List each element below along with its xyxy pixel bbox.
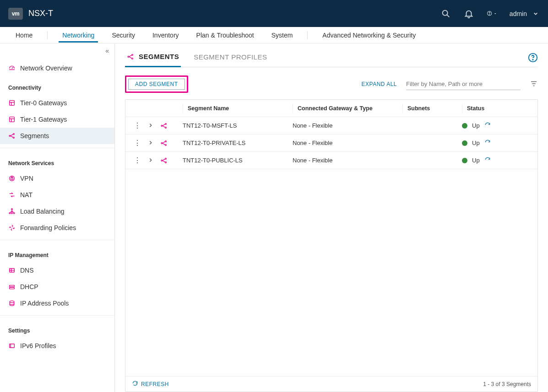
svg-point-42 xyxy=(161,160,163,161)
segments-icon xyxy=(160,122,168,129)
add-segment-button[interactable]: ADD SEGMENT xyxy=(128,79,185,90)
filter-input[interactable] xyxy=(406,78,521,90)
nav-security[interactable]: Security xyxy=(104,28,142,42)
top-bar: vm NSX-T admin xyxy=(0,0,548,27)
sidebar-item-vpn[interactable]: VPN xyxy=(0,170,114,187)
refresh-button[interactable]: REFRESH xyxy=(132,380,169,388)
refresh-label: REFRESH xyxy=(141,381,169,387)
svg-rect-26 xyxy=(10,344,15,348)
sidebar-item-label: NAT xyxy=(20,191,33,199)
sidebar-item-label: DNS xyxy=(20,267,34,274)
expand-row-icon[interactable] xyxy=(148,123,153,129)
help-icon[interactable] xyxy=(487,9,497,19)
nav-inventory[interactable]: Inventory xyxy=(145,28,186,42)
sidebar-divider xyxy=(0,240,114,240)
ipv6-icon xyxy=(8,342,16,349)
sidebar-item-dhcp[interactable]: DHCP xyxy=(0,279,114,295)
add-segment-highlight: ADD SEGMENT xyxy=(125,75,188,93)
main-content: SEGMENTS SEGMENT PROFILES ADD SEGMENT EX… xyxy=(115,43,548,392)
svg-point-39 xyxy=(161,142,163,144)
table-row[interactable]: ⋮TNT12-T0-PUBLIC-LSNone - FlexibleUp xyxy=(125,152,537,169)
vm-logo-icon: vm xyxy=(8,8,23,20)
primary-nav: Home Networking Security Inventory Plan … xyxy=(0,27,548,43)
col-subnets: Subnets xyxy=(407,105,430,112)
tab-segments[interactable]: SEGMENTS xyxy=(125,53,181,67)
sidebar-item-tier0[interactable]: Tier-0 Gateways xyxy=(0,95,114,111)
gateway-value: None - Flexible xyxy=(293,122,332,129)
segments-icon xyxy=(127,53,134,60)
sidebar-item-nat[interactable]: NAT xyxy=(0,187,114,203)
dashboard-icon xyxy=(8,64,16,72)
sidebar-item-label: Segments xyxy=(20,132,49,140)
sidebar-item-tier1[interactable]: Tier-1 Gateways xyxy=(0,111,114,128)
svg-rect-15 xyxy=(11,178,13,180)
row-menu-icon[interactable]: ⋮ xyxy=(134,140,141,147)
status-value: Up xyxy=(472,122,480,129)
sidebar-item-overview[interactable]: Network Overview xyxy=(0,60,114,76)
gateway-value: None - Flexible xyxy=(293,157,332,164)
refresh-row-icon[interactable] xyxy=(484,139,491,147)
row-menu-icon[interactable]: ⋮ xyxy=(134,157,141,164)
sidebar-item-ipv6[interactable]: IPv6 Profiles xyxy=(0,338,114,354)
svg-point-25 xyxy=(10,301,14,303)
nav-separator xyxy=(47,31,48,39)
sidebar-item-pools[interactable]: IP Address Pools xyxy=(0,295,114,311)
svg-line-1 xyxy=(447,15,449,17)
segment-name: TNT12-T0-MSFT-LS xyxy=(183,122,237,129)
gateway-icon xyxy=(8,99,16,107)
bell-icon[interactable] xyxy=(464,9,474,19)
gateway-value: None - Flexible xyxy=(293,140,332,146)
sidebar-item-label: VPN xyxy=(20,175,33,182)
nav-networking[interactable]: Networking xyxy=(55,28,102,42)
nav-plan[interactable]: Plan & Troubleshoot xyxy=(189,28,261,42)
svg-point-16 xyxy=(11,209,13,210)
status-dot-icon xyxy=(462,140,467,146)
sidebar-item-dns[interactable]: DNS xyxy=(0,262,114,279)
help-icon[interactable] xyxy=(528,53,538,63)
sidebar-item-label: IP Address Pools xyxy=(20,300,69,307)
svg-point-12 xyxy=(13,134,15,135)
expand-all-button[interactable]: EXPAND ALL xyxy=(362,81,397,87)
refresh-row-icon[interactable] xyxy=(484,122,491,129)
toolbar: ADD SEGMENT EXPAND ALL xyxy=(125,75,538,93)
sidebar: « Network Overview Connectivity Tier-0 G… xyxy=(0,43,115,392)
svg-point-36 xyxy=(161,125,163,126)
user-menu[interactable]: admin xyxy=(510,10,538,17)
filter-icon[interactable] xyxy=(530,80,538,89)
sidebar-item-label: Network Overview xyxy=(20,64,72,72)
nav-system[interactable]: System xyxy=(264,28,300,42)
expand-row-icon[interactable] xyxy=(148,157,153,164)
svg-point-43 xyxy=(165,158,167,159)
tab-label: SEGMENTS xyxy=(139,53,179,60)
nav-advanced[interactable]: Advanced Networking & Security xyxy=(315,28,423,42)
username: admin xyxy=(510,10,527,17)
svg-point-38 xyxy=(165,127,167,128)
col-gateway: Connected Gateway & Type xyxy=(298,105,373,112)
table-row[interactable]: ⋮TNT12-T0-MSFT-LSNone - FlexibleUp xyxy=(125,117,537,134)
expand-row-icon[interactable] xyxy=(148,140,153,146)
search-icon[interactable] xyxy=(441,9,451,19)
svg-rect-23 xyxy=(10,285,15,287)
svg-rect-8 xyxy=(10,117,15,122)
dhcp-icon xyxy=(8,283,16,290)
sidebar-item-segments[interactable]: Segments xyxy=(0,128,114,144)
chevron-down-icon xyxy=(494,11,497,16)
svg-point-3 xyxy=(489,15,490,15)
row-menu-icon[interactable]: ⋮ xyxy=(134,122,141,129)
sidebar-item-lb[interactable]: Load Balancing xyxy=(0,203,114,220)
table-row[interactable]: ⋮TNT12-T0-PRIVATE-LSNone - FlexibleUp xyxy=(125,134,537,152)
col-status: Status xyxy=(467,105,484,112)
svg-point-19 xyxy=(13,213,15,214)
sidebar-heading-connectivity: Connectivity xyxy=(0,76,114,95)
sidebar-item-forwarding[interactable]: Forwarding Policies xyxy=(0,220,114,236)
nav-home[interactable]: Home xyxy=(8,28,40,42)
vpn-icon xyxy=(8,175,16,182)
tab-segment-profiles[interactable]: SEGMENT PROFILES xyxy=(192,53,269,66)
collapse-icon[interactable]: « xyxy=(105,47,109,54)
refresh-row-icon[interactable] xyxy=(484,156,491,164)
forwarding-icon xyxy=(8,224,16,231)
table-body: ⋮TNT12-T0-MSFT-LSNone - FlexibleUp⋮TNT12… xyxy=(125,117,537,169)
segments-icon xyxy=(160,140,168,147)
sidebar-heading-settings: Settings xyxy=(0,319,114,338)
svg-point-37 xyxy=(165,123,167,124)
